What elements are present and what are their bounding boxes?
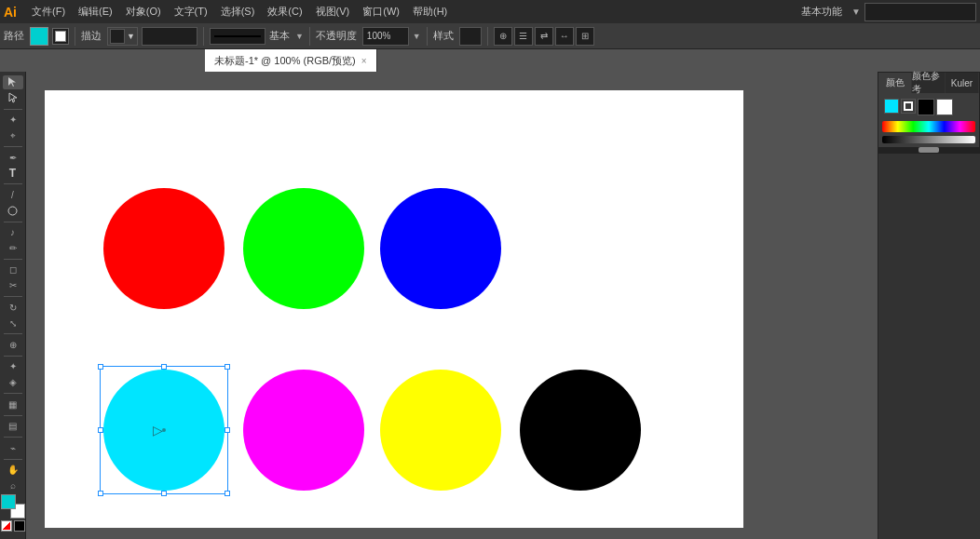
canvas-area[interactable]: ▷ — [26, 72, 878, 539]
panel-scrollbar[interactable] — [878, 147, 979, 153]
eraser-tool[interactable]: ◻ — [3, 263, 23, 276]
stroke-color-swatch[interactable] — [52, 28, 69, 45]
select-tool[interactable] — [3, 75, 23, 89]
stroke-width-input[interactable] — [142, 27, 197, 46]
opacity-label: 不透明度 — [316, 29, 357, 43]
dropdown-arrow-icon: ▼ — [851, 7, 861, 17]
measure-tool[interactable]: ◈ — [3, 375, 23, 389]
document-tab[interactable]: 未标题-1* @ 100% (RGB/预览) × — [205, 49, 377, 72]
selection-handle-tl[interactable] — [98, 364, 103, 370]
tab-close-button[interactable]: × — [361, 56, 367, 66]
app-logo: Ai — [4, 5, 17, 20]
fill-swatch[interactable] — [1, 494, 16, 509]
selection-handle-bl[interactable] — [98, 491, 103, 496]
stroke-icon[interactable] — [901, 99, 916, 114]
color-mode-icons — [882, 97, 975, 117]
menu-file[interactable]: 文件(F) — [26, 3, 71, 20]
selection-handle-bm[interactable] — [161, 491, 167, 496]
zoom-tool[interactable]: ⌕ — [3, 478, 23, 492]
toolbar: 路径 描边 ▼ 基本 ▼ 不透明度 100% ▼ 样式 ⊕ ☰ ⇄ ↔ ⊞ — [0, 23, 980, 49]
stroke-style-preview — [210, 28, 265, 45]
hand-tool[interactable]: ✋ — [3, 463, 23, 477]
blend-tool[interactable]: ⊕ — [3, 338, 23, 352]
direct-select-tool[interactable] — [3, 91, 23, 105]
style-label: 样式 — [433, 29, 454, 43]
menu-effect[interactable]: 效果(C) — [262, 3, 307, 20]
color-panel: 颜色 颜色参考 Kuler — [878, 72, 980, 154]
magenta-circle[interactable] — [243, 370, 364, 491]
white-swatch[interactable] — [936, 99, 953, 115]
color-reference-tab[interactable]: 颜色参考 — [912, 73, 946, 93]
tab-bar: 未标题-1* @ 100% (RGB/预览) × — [0, 49, 980, 72]
style-swatch[interactable] — [459, 27, 482, 46]
eyedropper-tool[interactable]: ✦ — [3, 360, 23, 374]
color-swatches — [1, 494, 25, 535]
kuler-tab[interactable]: Kuler — [946, 73, 979, 93]
panel-content — [878, 93, 979, 147]
black-circle[interactable] — [520, 370, 641, 491]
default-colors-icon[interactable] — [14, 520, 25, 532]
color-spectrum-bar[interactable] — [882, 121, 975, 132]
green-circle[interactable] — [243, 188, 364, 309]
transform-button[interactable]: ⇄ — [535, 27, 553, 46]
pen-tool[interactable]: ✒ — [3, 151, 23, 165]
rotate-tool[interactable]: ↻ — [3, 301, 23, 315]
menu-bar: Ai 文件(F) 编辑(E) 对象(O) 文字(T) 选择(S) 效果(C) 视… — [0, 0, 980, 23]
selection-handle-mr[interactable] — [225, 427, 230, 433]
scissors-tool[interactable]: ✂ — [3, 278, 23, 292]
menu-help[interactable]: 帮助(H) — [407, 3, 453, 20]
left-toolbar: ✦ ⌖ ✒ T / ♪ ✏ ◻ ✂ ↻ ⤡ ⊕ ✦ ◈ ▦ ▤ ⌁ ✋ ⌕ — [0, 72, 26, 539]
arrange-icon[interactable]: ☰ — [514, 27, 533, 46]
magic-wand-tool[interactable]: ✦ — [3, 113, 23, 127]
line-style-label: 基本 — [269, 29, 290, 43]
stroke-dropdown[interactable]: ▼ — [107, 27, 138, 46]
lasso-tool[interactable]: ⌖ — [3, 128, 23, 142]
selection-handle-br[interactable] — [225, 491, 230, 496]
red-circle[interactable] — [103, 188, 225, 309]
cyan-circle[interactable]: ▷ — [103, 370, 225, 491]
swap-colors-icon[interactable] — [1, 520, 12, 532]
menu-edit[interactable]: 编辑(E) — [73, 3, 118, 20]
panel-scroll-thumb[interactable] — [919, 147, 939, 153]
svg-point-0 — [8, 207, 17, 215]
type-tool[interactable]: T — [3, 166, 23, 180]
gray-bar[interactable] — [882, 136, 975, 143]
pencil-tool[interactable]: ✏ — [3, 241, 23, 255]
graph-tool[interactable]: ▤ — [3, 419, 23, 433]
panel-tabs: 颜色 颜色参考 Kuler — [878, 73, 979, 93]
line-dropdown-arrow: ▼ — [295, 32, 304, 41]
main-area: ✦ ⌖ ✒ T / ♪ ✏ ◻ ✂ ↻ ⤡ ⊕ ✦ ◈ ▦ ▤ ⌁ ✋ ⌕ — [0, 72, 980, 539]
black-swatch[interactable] — [918, 99, 934, 115]
search-input[interactable] — [864, 3, 976, 21]
menu-window[interactable]: 窗口(W) — [357, 3, 405, 20]
line-tool[interactable]: / — [3, 188, 23, 202]
color-tab[interactable]: 颜色 — [878, 73, 912, 93]
fill-icon[interactable] — [884, 99, 899, 114]
paintbrush-tool[interactable]: ♪ — [3, 225, 23, 239]
scale-tool[interactable]: ⤡ — [3, 317, 23, 330]
ellipse-tool[interactable] — [3, 204, 23, 218]
menu-type[interactable]: 文字(T) — [169, 3, 213, 20]
opacity-input[interactable]: 100% — [362, 27, 409, 46]
flip-horizontal-icon[interactable]: ↔ — [555, 27, 574, 46]
menu-view[interactable]: 视图(V) — [310, 3, 356, 20]
menu-select[interactable]: 选择(S) — [215, 3, 261, 20]
right-panel: 颜色 颜色参考 Kuler — [878, 72, 980, 539]
more-options-icon[interactable]: ⊞ — [576, 27, 594, 46]
fill-stroke-swatches[interactable] — [1, 494, 25, 519]
stroke-label: 描边 — [81, 29, 102, 43]
selection-handle-tr[interactable] — [225, 364, 230, 370]
path-label: 路径 — [4, 29, 24, 43]
blue-circle[interactable] — [380, 188, 501, 309]
yellow-circle[interactable] — [380, 370, 501, 491]
slice-tool[interactable]: ⌁ — [3, 441, 23, 455]
menu-object[interactable]: 对象(O) — [120, 3, 167, 20]
tab-label: 未标题-1* @ 100% (RGB/预览) — [214, 54, 356, 68]
fill-color-swatch[interactable] — [30, 27, 48, 46]
gradient-tool[interactable]: ▦ — [3, 398, 23, 411]
view-icon[interactable]: ⊕ — [494, 27, 512, 46]
artboard: ▷ — [45, 90, 743, 528]
opacity-dropdown-arrow: ▼ — [413, 32, 421, 41]
none-default-swatches — [1, 520, 25, 532]
basic-function-label: 基本功能 — [796, 3, 848, 20]
